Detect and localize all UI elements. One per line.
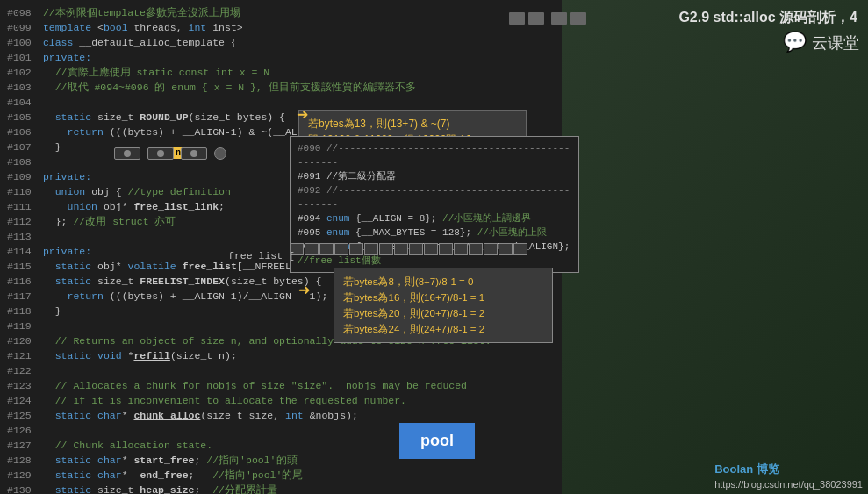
code-line-124: #124 // if it is inconvenient to allocat… (7, 393, 555, 408)
yunketang-logo: 💬 云课堂 (783, 31, 859, 54)
fl-cell-2 (305, 243, 319, 255)
freelist-tooltip-line2: 若bytes為16，則(16+7)/8-1 = 1 (343, 290, 543, 305)
pool-label: pool (399, 423, 475, 459)
fl-cell-14 (484, 243, 498, 255)
code-line-125: #125 static char* chunk_alloc(size_t siz… (7, 408, 555, 423)
code-line-123: #123 // Allocates a chunk for nobjs of s… (7, 378, 555, 393)
enum-line-2: #092 //---------------------------------… (298, 183, 571, 211)
yunketang-text: 云课堂 (812, 32, 859, 54)
tooltip-roundup-line1: 若bytes為13，則(13+7) & ~(7) (308, 116, 517, 132)
watermark-brand: Boolan 博览 (714, 462, 779, 476)
freelist-tooltip: 若bytes為8，則(8+7)/8-1 = 0 若bytes為16，則(16+7… (334, 268, 553, 343)
fl-cell-16 (513, 243, 527, 255)
line-num-98: #098 (7, 5, 37, 20)
watermark-url: https://blog.csdn.net/qq_38023991 (714, 479, 863, 490)
freelist-tooltip-line4: 若bytes為24，則(24+7)/8-1 = 2 (343, 321, 543, 337)
code-line-104: #104 (7, 95, 555, 110)
code-line-103: #103 //取代 #094~#096 的 enum { x = N }, 但目… (7, 80, 555, 95)
fl-cell-5 (349, 243, 363, 255)
union-diagram (114, 147, 226, 160)
page-title: G2.9 std::alloc 源码剖析，4 (678, 9, 857, 27)
icon-sq-3 (551, 12, 567, 25)
fl-cell-6 (364, 243, 378, 255)
code-line-101: #101 private: (7, 50, 555, 65)
icon-sq-4 (570, 12, 586, 25)
freelist-tooltip-line3: 若bytes為20，則(20+7)/8-1 = 2 (343, 305, 543, 321)
enum-line-4: #095 enum {__MAX_BYTES = 128}; //小區塊的上限 (298, 226, 571, 240)
fl-cell-15 (499, 243, 513, 255)
icon-squares (509, 12, 586, 25)
fl-cell-4 (334, 243, 348, 255)
code-line-98: #098 //本例限個template參數完全沒派上用場 (7, 5, 555, 20)
freelist-tooltip-line1: 若bytes為8，則(8+7)/8-1 = 0 (343, 274, 543, 290)
main-container: #098 //本例限個template參數完全沒派上用場 #099 templa… (0, 0, 868, 494)
fl-cell-8 (394, 243, 408, 255)
fl-cell-13 (469, 243, 483, 255)
code-line-122: #122 (7, 363, 555, 378)
fl-cell-10 (424, 243, 438, 255)
enum-line-0: #090 //---------------------------------… (298, 141, 571, 169)
header-bar: G2.9 std::alloc 源码剖析，4 (562, 9, 868, 27)
code-line-100: #100 class __default_alloc_template { (7, 35, 555, 50)
icon-sq-2 (528, 12, 544, 25)
right-panel (562, 0, 868, 494)
fl-cell-12 (454, 243, 468, 255)
code-line-99: #099 template <bool threads, int inst> (7, 20, 555, 35)
code-line-130: #130 static size_t heap_size; //分配累計量 (7, 483, 555, 494)
code-line-121: #121 static void *refill(size_t n); (7, 348, 555, 363)
icon-sq-1 (509, 12, 525, 25)
enum-line-1: #091 //第二級分配器 (298, 169, 571, 183)
code-line-102: #102 //實際上應使用 static const int x = N (7, 65, 555, 80)
freelist-visual (290, 243, 527, 255)
fl-cell-7 (379, 243, 393, 255)
fl-cell-3 (319, 243, 334, 255)
watermark: Boolan 博览 https://blog.csdn.net/qq_38023… (714, 462, 863, 490)
freelist-arrow: ➜ (298, 279, 310, 303)
roundup-arrow: ➜ (297, 104, 308, 127)
yunketang-icon: 💬 (783, 31, 807, 54)
free-list-bracket-label: free list [ (228, 250, 295, 261)
enum-line-3: #094 enum {__ALIGN = 8}; //小區塊的上調邊界 (298, 211, 571, 226)
code-line-129: #129 static char* end_free; //指向'pool'的尾 (7, 468, 555, 483)
fl-cell-11 (439, 243, 453, 255)
fl-cell-9 (409, 243, 423, 255)
